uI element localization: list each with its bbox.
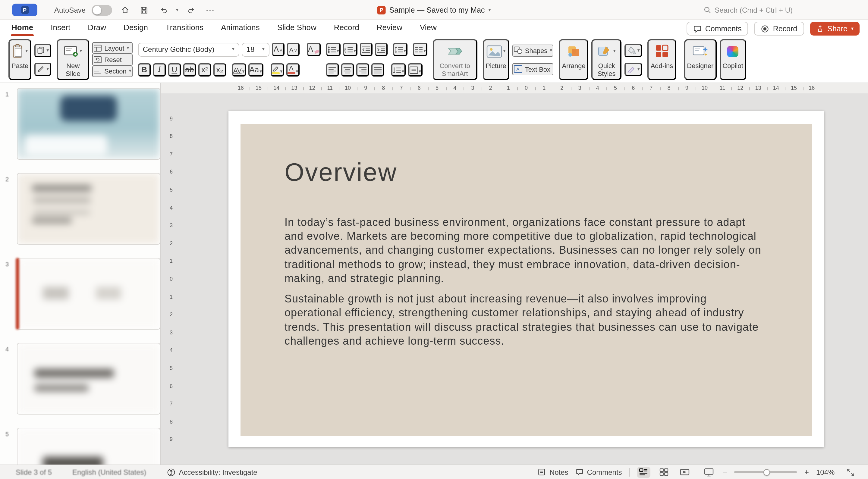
underline-button[interactable]: U: [168, 63, 181, 76]
increase-indent-button[interactable]: [375, 43, 387, 56]
decrease-indent-button[interactable]: [360, 43, 372, 56]
tab-draw[interactable]: Draw: [87, 21, 107, 37]
line-spacing-button[interactable]: ▾: [393, 43, 407, 56]
slide-thumbnail-2[interactable]: 2: [0, 173, 160, 245]
normal-view-button[interactable]: [637, 467, 650, 478]
copy-button[interactable]: ▾: [34, 44, 51, 57]
slide-thumbnail-image[interactable]: [17, 88, 160, 160]
superscript-button[interactable]: x²: [198, 63, 211, 76]
autosave-toggle[interactable]: [92, 4, 112, 15]
tab-view[interactable]: View: [419, 21, 437, 37]
tab-transitions[interactable]: Transitions: [165, 21, 204, 37]
tab-design[interactable]: Design: [123, 21, 149, 37]
slide-thumbnail-4[interactable]: 4: [0, 343, 160, 415]
italic-button[interactable]: I: [153, 63, 166, 76]
increase-font-size-button[interactable]: A˄: [272, 43, 284, 56]
ruler-tick: [553, 87, 554, 90]
decrease-font-size-button[interactable]: A˅: [287, 43, 300, 56]
chevron-down-icon: ▾: [424, 49, 426, 54]
bullets-button[interactable]: ▾: [326, 43, 340, 56]
slide-body-text[interactable]: In today’s fast-paced business environme…: [284, 216, 767, 348]
clear-formatting-button[interactable]: A: [307, 43, 320, 56]
slide-thumbnail-image[interactable]: [17, 428, 160, 465]
bold-button[interactable]: B: [138, 63, 151, 76]
share-button[interactable]: Share ▾: [810, 22, 860, 36]
shapes-button[interactable]: Shapes ▾: [513, 44, 554, 56]
quick-styles-button[interactable]: ▾ Quick Styles: [592, 39, 622, 80]
comments-button[interactable]: Comments: [687, 22, 748, 36]
slide-show-button[interactable]: [702, 467, 715, 478]
horizontal-ruler[interactable]: 1615141312111098765432101234567891011121…: [161, 83, 868, 93]
convert-to-smartart-button[interactable]: Convert to SmartArt: [433, 39, 477, 80]
add-ins-button[interactable]: Add-ins: [648, 39, 676, 80]
align-center-button[interactable]: [341, 63, 353, 76]
slide-title[interactable]: Overview: [284, 158, 397, 187]
text-highlight-button[interactable]: ▾: [270, 63, 284, 76]
slide-thumbnail-1[interactable]: 1: [0, 88, 160, 160]
chevron-down-icon[interactable]: ▾: [176, 7, 179, 12]
slide-background[interactable]: Overview In today’s fast-paced business …: [241, 124, 812, 436]
strikethrough-button[interactable]: ab: [183, 63, 196, 76]
zoom-out-button[interactable]: −: [723, 468, 727, 477]
designer-button[interactable]: Designer: [684, 39, 716, 80]
zoom-in-button[interactable]: +: [804, 468, 809, 477]
copilot-button[interactable]: Copilot: [719, 39, 746, 80]
tab-slide-show[interactable]: Slide Show: [277, 21, 317, 37]
picture-button[interactable]: ▾ Picture: [483, 39, 509, 80]
notes-button[interactable]: Notes: [538, 468, 568, 476]
paste-button[interactable]: ▾ Paste: [8, 39, 31, 80]
numbering-button[interactable]: 123 ▾: [343, 43, 357, 56]
accessibility-status[interactable]: Accessibility: Investigate: [167, 468, 257, 476]
undo-icon[interactable]: [157, 3, 170, 17]
reset-button[interactable]: Reset: [92, 54, 132, 66]
home-icon[interactable]: [118, 3, 131, 17]
zoom-slider[interactable]: [735, 471, 797, 473]
align-right-button[interactable]: [356, 63, 369, 76]
section-button[interactable]: Section ▾: [92, 65, 132, 77]
arrange-button[interactable]: Arrange: [559, 39, 588, 80]
document-title-area[interactable]: P Sample — Saved to my Mac ▾: [377, 0, 491, 20]
slide-sorter-view-button[interactable]: [658, 467, 671, 478]
zoom-slider-knob[interactable]: [764, 469, 770, 475]
powerpoint-app-icon[interactable]: P: [12, 4, 37, 16]
align-left-button[interactable]: [326, 63, 338, 76]
tab-animations[interactable]: Animations: [220, 21, 260, 37]
layout-button[interactable]: Layout ▾: [92, 42, 132, 54]
columns-button[interactable]: ▾: [412, 43, 427, 56]
shape-outline-button[interactable]: ▾: [625, 62, 642, 75]
more-options-icon[interactable]: ⋯: [204, 3, 217, 17]
language-setting[interactable]: English (United States): [72, 468, 146, 476]
new-slide-button[interactable]: ▾ New Slide: [57, 39, 89, 80]
save-icon[interactable]: [137, 3, 151, 17]
slide-thumbnail-5[interactable]: 5: [0, 428, 160, 465]
slide-thumbnail-3[interactable]: 3: [0, 258, 160, 329]
record-button[interactable]: Record: [754, 22, 804, 36]
slide-thumbnail-image[interactable]: [17, 343, 160, 415]
character-spacing-button[interactable]: AV▾: [232, 63, 246, 76]
text-box-button[interactable]: A Text Box: [513, 63, 554, 75]
reading-view-button[interactable]: [678, 467, 691, 478]
slide-canvas[interactable]: Overview In today’s fast-paced business …: [228, 111, 824, 447]
subscript-button[interactable]: x₂: [213, 63, 226, 76]
font-name-select[interactable]: Century Gothic (Body) ▾: [138, 42, 239, 56]
comments-toggle[interactable]: Comments: [576, 468, 622, 476]
fit-to-window-button[interactable]: [844, 467, 857, 478]
tab-record[interactable]: Record: [333, 21, 360, 37]
justify-button[interactable]: [371, 63, 384, 76]
format-painter-button[interactable]: ▾: [34, 62, 51, 75]
slide-thumbnail-image[interactable]: [17, 258, 160, 329]
search-box[interactable]: Search (Cmd + Ctrl + U): [703, 0, 793, 20]
vertical-ruler[interactable]: 9876543210123456789: [166, 93, 177, 465]
tab-insert[interactable]: Insert: [50, 21, 71, 37]
slide-thumbnail-image[interactable]: [17, 173, 160, 245]
font-size-select[interactable]: 18 ▾: [242, 42, 270, 56]
tab-review[interactable]: Review: [376, 21, 403, 37]
change-case-button[interactable]: Aa▾: [248, 63, 264, 76]
zoom-level[interactable]: 104%: [816, 468, 837, 476]
shape-fill-button[interactable]: ▾: [625, 44, 642, 57]
tab-home[interactable]: Home: [11, 21, 34, 37]
redo-icon[interactable]: [184, 3, 198, 17]
font-color-button[interactable]: A ▾: [286, 63, 299, 76]
align-text-button[interactable]: ▾: [408, 63, 422, 76]
text-direction-button[interactable]: ▾: [391, 63, 405, 76]
